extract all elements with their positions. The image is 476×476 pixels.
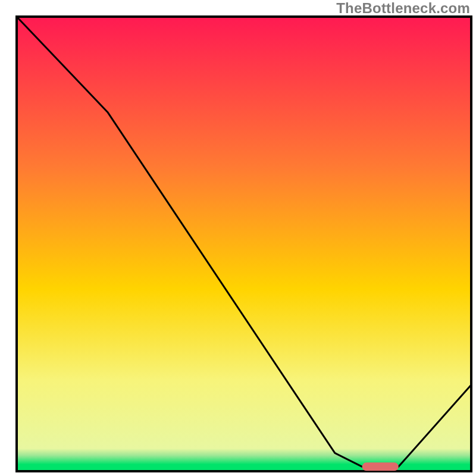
- bottleneck-chart: [0, 0, 476, 476]
- optimum-marker: [362, 462, 399, 471]
- plot-background: [17, 17, 471, 471]
- chart-stage: TheBottleneck.com: [0, 0, 476, 476]
